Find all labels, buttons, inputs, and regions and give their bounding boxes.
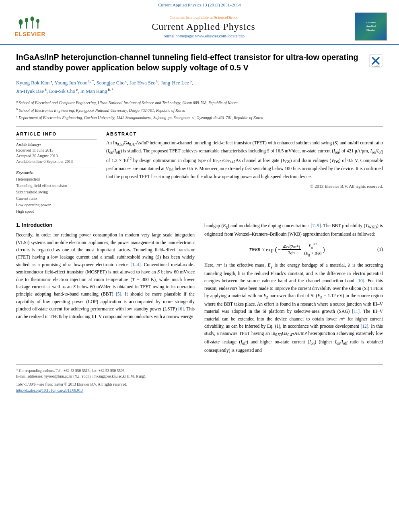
footer-section: * Corresponding authors. Tel.: +82 53 95…	[16, 364, 383, 393]
author-5-sup: b	[189, 79, 191, 83]
cite-1-4[interactable]: [1–4]	[131, 262, 141, 267]
sciencedirect-line: Contents lists available at ScienceDirec…	[52, 15, 355, 20]
author-4-sup: b	[156, 79, 158, 83]
journal-citation-text: Current Applied Physics 13 (2013) 2051–2…	[158, 2, 241, 7]
main-content: InGaAs/InP heterojunction-channel tunnel…	[0, 45, 399, 401]
journal-header: ELSEVIER Contents lists available at Sci…	[0, 9, 399, 45]
intro-para-1: Recently, in order for reducing power co…	[16, 231, 195, 320]
cite-10[interactable]: [10]	[356, 278, 364, 283]
formula-1: TWKB ≈ exp ( − 4λ√(2m*) 3qħ Eg3/2 (Eg + …	[204, 242, 369, 257]
cite-7-9[interactable]: [7–9]	[311, 223, 321, 228]
author-5: Jung-Hee Lee	[161, 80, 189, 86]
abstract-heading: ABSTRACT	[106, 131, 383, 136]
affiliations: a School of Electrical and Computer Engi…	[16, 99, 383, 121]
keyword-4: Current ratio	[16, 195, 97, 202]
journal-citation-bar: Current Applied Physics 13 (2013) 2051–2…	[0, 0, 399, 9]
author-6: Jin-Hyuk Bae	[16, 88, 44, 94]
corresponding-authors-note: * Corresponding authors. Tel.: +82 53 95…	[16, 368, 383, 374]
svg-point-1	[19, 19, 23, 25]
issn-note: 1567-1739/$ – see front matter © 2013 El…	[16, 382, 383, 387]
affil-a: a School of Electrical and Computer Engi…	[16, 99, 383, 106]
body-content: 1. Introduction Recently, in order for r…	[16, 222, 383, 357]
keyword-3: Subthreshold swing	[16, 189, 97, 195]
cite-12[interactable]: [12]	[360, 324, 368, 329]
journal-title: Current Applied Physics	[52, 21, 355, 32]
affil-b: b School of Electronics Engineering, Kyu…	[16, 107, 383, 113]
authors-list: Kyung Rok Kim a, Young Jun Yoon b, *, Se…	[16, 78, 383, 95]
right-para-1: bandgap (Eg) and modulating the doping c…	[204, 222, 383, 238]
formula-1-number: (1)	[377, 246, 383, 253]
journal-url[interactable]: www.elsevier.com/locate/cap	[195, 34, 245, 38]
affil-c: c Department of Electronics Engineering,…	[16, 114, 383, 121]
cover-text: CurrentAppliedPhysics	[366, 21, 376, 32]
paper-title: InGaAs/InP heterojunction-channel tunnel…	[16, 52, 364, 73]
abstract-column: ABSTRACT An In0.53Ga0.47As/InP heterojun…	[106, 131, 383, 215]
article-info-column: ARTICLE INFO Article history: Received 1…	[16, 131, 97, 215]
journal-cover-area: CurrentAppliedPhysics	[355, 12, 391, 41]
author-6-sup: b	[44, 88, 47, 92]
keyword-6: High speed	[16, 208, 97, 215]
author-3-sup: c	[125, 79, 127, 83]
cite-6[interactable]: [6]	[179, 306, 184, 311]
author-7: Eou-Sik Cho	[49, 88, 75, 94]
doi-note: http://dx.doi.org/10.1016/j.cap.2013.08.…	[16, 388, 383, 393]
journal-homepage-line: journal homepage: www.elsevier.com/locat…	[52, 34, 355, 38]
keyword-2: Tunneling field-effect transistor	[16, 183, 97, 189]
history-label: Article history:	[16, 142, 97, 147]
intro-section-title: 1. Introduction	[16, 222, 195, 228]
abstract-text: An In0.53Ga0.47As/InP heterojunction-cha…	[106, 140, 383, 180]
doi-link[interactable]: http://dx.doi.org/10.1016/j.cap.2013.08.…	[16, 388, 83, 392]
svg-point-7	[36, 19, 39, 23]
svg-text:CrossMark: CrossMark	[371, 65, 381, 68]
author-1-sup: a	[49, 79, 52, 83]
keyword-5: Low operating power	[16, 202, 97, 208]
title-area: InGaAs/InP heterojunction-channel tunnel…	[16, 52, 383, 78]
keywords-label: Keywords:	[16, 170, 97, 175]
article-info-abstract-row: ARTICLE INFO Article history: Received 1…	[16, 131, 383, 215]
crossmark-badge[interactable]: CrossMark	[368, 53, 383, 68]
journal-cover-image: CurrentAppliedPhysics	[355, 12, 387, 41]
article-info-box: Article history: Received 11 June 2013 A…	[16, 140, 97, 215]
elsevier-brand-text: ELSEVIER	[8, 31, 52, 37]
abstract-copyright: © 2013 Elsevier B.V. All rights reserved…	[106, 184, 383, 189]
section-divider-1	[16, 126, 383, 127]
author-2-sup: b, *	[88, 79, 94, 83]
email-note: E-mail addresses: yjyoon@knu.ac.kr (Y.J.…	[16, 374, 383, 379]
keywords-list: Heterojunction Tunneling field-effect tr…	[16, 176, 97, 215]
journal-name-area: Contents lists available at ScienceDirec…	[52, 15, 355, 38]
author-3: Seongjae Cho	[97, 80, 125, 86]
author-2: Young Jun Yoon	[54, 80, 87, 86]
svg-point-3	[25, 18, 28, 23]
right-para-2: Here, m* is the effective mass, Eg is th…	[204, 261, 383, 354]
author-8-sup: b, *	[107, 88, 113, 92]
body-left-column: 1. Introduction Recently, in order for r…	[16, 222, 195, 357]
article-info-heading: ARTICLE INFO	[16, 131, 97, 136]
cite-5[interactable]: [5]	[116, 292, 121, 296]
author-4: Jae Hwa Seo	[130, 80, 156, 86]
author-8: In Man Kang	[80, 88, 107, 94]
received-date: Received 11 June 2013 Accepted 20 August…	[16, 148, 97, 164]
svg-point-5	[31, 16, 34, 21]
keyword-1: Heterojunction	[16, 176, 97, 183]
sciencedirect-link-text[interactable]: ScienceDirect	[214, 15, 238, 20]
formula-1-area: TWKB ≈ exp ( − 4λ√(2m*) 3qħ Eg3/2 (Eg + …	[204, 242, 383, 257]
cite-11[interactable]: [11]	[352, 309, 360, 314]
publisher-logo-area: ELSEVIER	[8, 16, 52, 37]
author-7-sup: c	[75, 88, 78, 92]
author-1: Kyung Rok Kim	[16, 80, 49, 86]
info-divider	[16, 168, 97, 168]
body-right-column: bandgap (Eg) and modulating the doping c…	[204, 222, 383, 357]
svg-rect-6	[37, 22, 39, 29]
elsevier-tree-icon	[18, 16, 42, 29]
